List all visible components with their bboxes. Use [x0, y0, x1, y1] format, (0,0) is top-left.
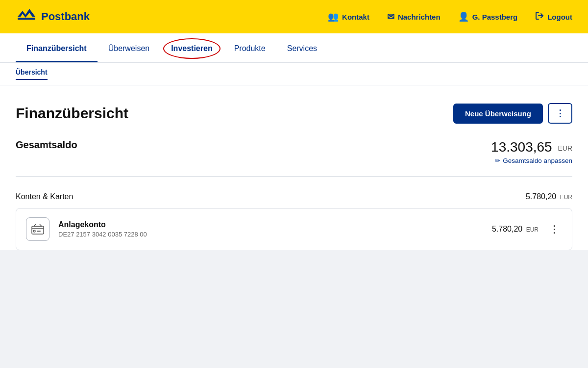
gesamtsaldo-label: Gesamtsaldo	[16, 139, 77, 151]
tab-services[interactable]: Services	[276, 36, 328, 62]
gesamtsaldo-currency: EUR	[558, 144, 572, 152]
account-card-anlagekonto: Anlagekonto DE27 2157 3042 0035 7228 00 …	[16, 208, 572, 250]
logout-icon	[535, 11, 544, 23]
header-nav-user[interactable]: 👤 G. Passtberg	[458, 11, 518, 22]
gesamtsaldo-row: Gesamtsaldo 13.303,65 EUR ✏ Gesamtsaldo …	[16, 139, 572, 164]
dots-icon: ⋮	[556, 108, 564, 118]
svg-rect-2	[18, 18, 35, 20]
svg-rect-5	[37, 231, 41, 232]
tab-ueberweisen[interactable]: Überweisen	[98, 36, 160, 62]
pencil-icon: ✏	[495, 157, 500, 164]
header-nav-nachrichten[interactable]: ✉ Nachrichten	[387, 11, 441, 22]
postbank-logo-icon	[16, 8, 37, 26]
tab-finanzuebersicht[interactable]: Finanzübersicht	[16, 36, 98, 62]
header: Postbank 👥 Kontakt ✉ Nachrichten 👤 G. Pa…	[0, 0, 588, 33]
more-options-button[interactable]: ⋮	[548, 103, 572, 124]
account-balance: 5.780,20 EUR	[492, 225, 539, 234]
account-menu-button[interactable]: ⋮	[546, 221, 562, 237]
logout-label: Logout	[547, 13, 572, 21]
sub-nav: Übersicht	[0, 63, 588, 85]
header-nav-kontakt[interactable]: 👥 Kontakt	[328, 11, 369, 22]
user-label: G. Passtberg	[472, 13, 518, 21]
user-icon: 👤	[458, 11, 469, 22]
account-type-icon	[31, 222, 45, 236]
kontakt-icon: 👥	[328, 11, 339, 22]
gesamtsaldo-section: Gesamtsaldo 13.303,65 EUR ✏ Gesamtsaldo …	[16, 139, 572, 177]
neue-ueberweisung-button[interactable]: Neue Überweisung	[453, 104, 543, 124]
page-title: Finanzübersicht	[16, 105, 128, 122]
account-iban: DE27 2157 3042 0035 7228 00	[58, 231, 483, 238]
account-right: 5.780,20 EUR ⋮	[492, 221, 562, 237]
logo-text: Postbank	[41, 10, 90, 23]
kontakt-label: Kontakt	[342, 13, 369, 21]
page-actions: Neue Überweisung ⋮	[453, 103, 572, 124]
svg-point-4	[33, 230, 35, 232]
nav-tabs-bar: Finanzübersicht Überweisen Investieren P…	[0, 33, 588, 63]
main-content: Finanzübersicht Neue Überweisung ⋮ Gesam…	[0, 85, 588, 250]
logo-area: Postbank	[16, 8, 90, 26]
tab-investieren[interactable]: Investieren	[160, 36, 223, 62]
nachrichten-label: Nachrichten	[398, 13, 441, 21]
tab-produkte[interactable]: Produkte	[223, 36, 276, 62]
page-header-row: Finanzübersicht Neue Überweisung ⋮	[16, 103, 572, 124]
account-info: Anlagekonto DE27 2157 3042 0035 7228 00	[58, 220, 483, 238]
gesamtsaldo-amount: 13.303,65 EUR	[491, 139, 572, 155]
header-nav: 👥 Kontakt ✉ Nachrichten 👤 G. Passtberg L…	[328, 11, 572, 23]
account-name: Anlagekonto	[58, 220, 483, 229]
sub-nav-uebersicht[interactable]: Übersicht	[16, 68, 48, 80]
nachrichten-icon: ✉	[387, 11, 394, 22]
gesamtsaldo-right: 13.303,65 EUR ✏ Gesamtsaldo anpassen	[491, 139, 572, 164]
konten-karten-amount: 5.780,20 EUR	[526, 192, 572, 201]
gesamtsaldo-anpassen-link[interactable]: ✏ Gesamtsaldo anpassen	[491, 157, 572, 164]
konten-karten-label: Konten & Karten	[16, 192, 73, 201]
header-nav-logout[interactable]: Logout	[535, 11, 572, 23]
konten-karten-section: Konten & Karten 5.780,20 EUR Anlagekonto…	[16, 188, 572, 250]
konten-header-row: Konten & Karten 5.780,20 EUR	[16, 192, 572, 201]
account-icon-box	[26, 217, 49, 241]
